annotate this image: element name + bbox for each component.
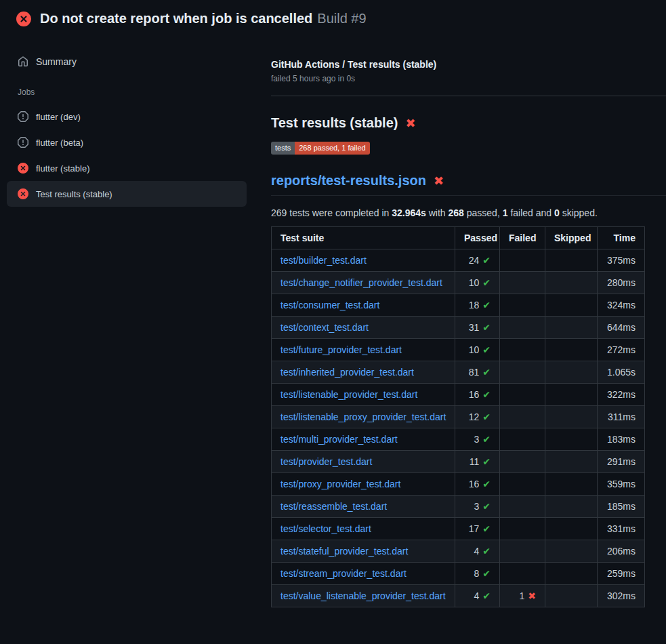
suite-link[interactable]: test/listenable_provider_test.dart [280,389,417,400]
suite-link[interactable]: test/selector_test.dart [280,523,371,534]
suite-link[interactable]: test/reassemble_test.dart [280,501,387,512]
x-circle-fill-icon [18,163,28,174]
passed-cell: 11✔ [455,451,500,473]
summary-text: failed and [508,207,555,218]
suite-link[interactable]: test/proxy_provider_test.dart [280,479,400,489]
result-row: test/listenable_proxy_provider_test.dart… [272,406,645,428]
column-header-test-suite: Test suite [272,227,455,249]
result-row: test/consumer_test.dart18✔324ms [272,294,645,317]
summary-number: 0 [554,207,560,218]
count: 24 [469,255,480,266]
suite-link[interactable]: test/change_notifier_provider_test.dart [280,277,442,288]
passed-cell: 31✔ [455,317,500,339]
suite-link[interactable]: test/stateful_provider_test.dart [280,546,408,557]
result-row: test/value_listenable_provider_test.dart… [272,585,645,607]
sidebar-item-summary[interactable]: Summary [0,49,257,74]
jobs-list: flutter (dev)flutter (beta)flutter (stab… [0,104,257,207]
failed-cell [500,361,545,384]
suite-cell: test/reassemble_test.dart [272,496,455,518]
suite-link[interactable]: test/future_provider_test.dart [280,344,402,355]
suite-link[interactable]: test/multi_provider_test.dart [280,434,398,445]
check-title: Do not create report when job is cancell… [40,11,312,26]
time-cell: 644ms [598,317,645,339]
suite-link[interactable]: test/provider_test.dart [280,456,372,467]
summary-text: skipped. [560,207,598,218]
layout: Summary Jobs flutter (dev)flutter (beta)… [0,36,666,607]
result-row: test/builder_test.dart24✔375ms [272,249,645,272]
suite-link[interactable]: test/stream_provider_test.dart [280,568,407,579]
suite-link[interactable]: test/inherited_provider_test.dart [280,367,414,378]
time-cell: 280ms [598,272,645,294]
check-icon: ✔ [482,367,491,378]
summary-number: 268 [449,207,464,218]
result-row: test/selector_test.dart17✔331ms [272,518,645,540]
job-label: flutter (stable) [36,163,89,174]
passed-cell: 4✔ [455,540,500,563]
count: 3 [474,501,479,512]
column-header-failed: Failed [500,227,545,249]
count: 16 [469,389,480,400]
suite-cell: test/selector_test.dart [272,518,455,540]
passed-cell: 81✔ [455,361,500,384]
skipped-cell [545,406,598,428]
failed-cell [500,563,545,585]
result-row: test/stream_provider_test.dart8✔259ms [272,563,645,585]
check-icon: ✔ [482,479,491,489]
jobs-section-label: Jobs [0,74,257,104]
failed-x-icon: ✖ [434,175,444,187]
skipped-cell [545,496,598,518]
failed-cell [500,496,545,518]
count: 8 [474,568,479,579]
sidebar-job-flutter-stable[interactable]: flutter (stable) [7,155,247,181]
skipped-cell [545,518,598,540]
table-header: Test suitePassedFailedSkippedTime [272,227,645,249]
sidebar-job-test-results-stable[interactable]: Test results (stable) [7,181,247,207]
suite-cell: test/builder_test.dart [272,249,455,272]
result-row: test/change_notifier_provider_test.dart1… [272,272,645,294]
count: 12 [469,411,480,422]
count: 81 [469,367,480,378]
sidebar-job-flutter-beta[interactable]: flutter (beta) [7,129,247,155]
stop-icon [18,111,28,122]
tests-badge: tests 268 passed, 1 failed [271,142,370,155]
suite-link[interactable]: test/context_test.dart [280,322,369,333]
result-row: test/multi_provider_test.dart3✔183ms [272,428,645,451]
x-icon: ✖ [528,590,536,601]
count: 17 [469,523,480,534]
failed-cell [500,451,545,473]
summary-text: 269 tests were completed in [271,207,392,218]
skipped-cell [545,249,598,272]
check-icon: ✔ [482,546,491,557]
result-row: test/reassemble_test.dart3✔185ms [272,496,645,518]
time-cell: 1.065s [598,361,645,384]
failed-cell [500,518,545,540]
skipped-cell [545,428,598,451]
report-link[interactable]: reports/test-results.json [271,173,426,188]
result-row: test/provider_test.dart11✔291ms [272,451,645,473]
time-cell: 322ms [598,384,645,406]
time-cell: 302ms [598,585,645,607]
check-run-page: Do not create report when job is cancell… [0,0,666,607]
check-icon: ✔ [482,322,491,333]
failed-cell [500,473,545,496]
suite-cell: test/listenable_provider_test.dart [272,384,455,406]
job-label: flutter (dev) [36,112,81,122]
check-run-header: Do not create report when job is cancell… [0,0,666,36]
passed-cell: 10✔ [455,339,500,361]
count: 10 [469,344,480,355]
report-heading: reports/test-results.json ✖ [271,173,666,196]
suite-link[interactable]: test/listenable_proxy_provider_test.dart [280,411,446,422]
skipped-cell [545,540,598,563]
suite-link[interactable]: test/builder_test.dart [280,255,367,266]
failed-cell: 1✖ [500,585,545,607]
suite-link[interactable]: test/value_listenable_provider_test.dart [280,590,446,601]
time-cell: 359ms [598,473,645,496]
count: 4 [474,590,479,601]
passed-cell: 8✔ [455,563,500,585]
suite-link[interactable]: test/consumer_test.dart [280,300,379,310]
sidebar-job-flutter-dev[interactable]: flutter (dev) [7,104,247,129]
check-icon: ✔ [482,568,491,579]
time-cell: 291ms [598,451,645,473]
count: 31 [469,322,480,333]
status-line: failed 5 hours ago in 0s [271,74,666,83]
